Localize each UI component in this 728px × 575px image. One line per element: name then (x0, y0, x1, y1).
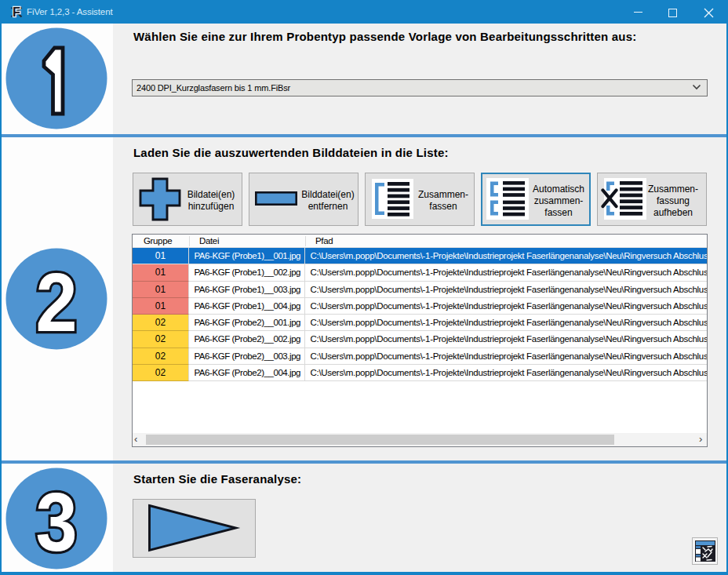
svg-text:F: F (13, 5, 20, 19)
svg-text:3: 3 (35, 475, 77, 568)
svg-text:2: 2 (35, 256, 77, 348)
